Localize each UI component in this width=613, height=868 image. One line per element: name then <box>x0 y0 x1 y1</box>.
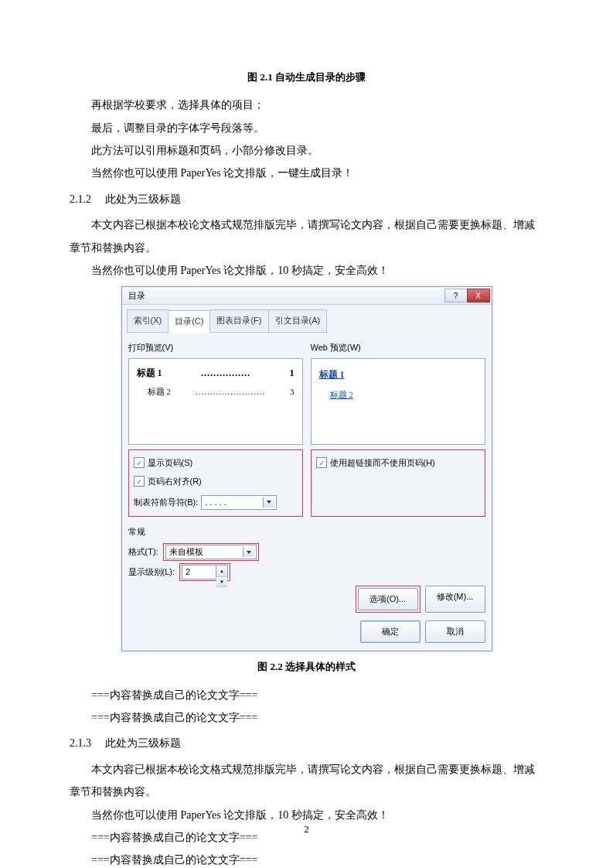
tab-figures[interactable]: 图表目录(F) <box>209 309 268 332</box>
print-preview-box: 标题 1 ................ 1 标题 2 ...........… <box>128 358 303 445</box>
checkbox-show-page[interactable]: ✓ <box>134 457 145 468</box>
tab-citations[interactable]: 引文目录(A) <box>268 309 328 332</box>
body-text: 当然你也可以使用 PaperYes 论文排版，10 秒搞定，安全高效！ <box>70 259 543 282</box>
leader-dropdown[interactable]: . . . . . <box>201 495 277 510</box>
level-label: 显示级别(L): <box>128 563 175 581</box>
help-button[interactable]: ? <box>444 289 468 302</box>
web-preview-label: Web 预览(W) <box>311 339 485 357</box>
body-text: 最后，调整目录的字体字号段落等。 <box>70 117 543 139</box>
chevron-down-icon <box>263 497 274 507</box>
heading-2-1-3: 2.1.3此处为三级标题 <box>70 732 543 754</box>
svg-marker-1 <box>247 551 251 554</box>
spinner-up-icon[interactable]: ▲ <box>216 566 227 577</box>
format-label: 格式(T): <box>128 543 158 561</box>
page-number-options-group: ✓ 显示页码(S) ✓ 页码右对齐(R) 制表符前导符(B): . . . . … <box>128 449 303 517</box>
heading-2-1-2: 2.1.2此处为三级标题 <box>70 188 543 210</box>
checkbox-right-align[interactable]: ✓ <box>134 476 145 487</box>
general-group: 常规 格式(T): 来自模板 显示级别(L): <box>128 523 485 581</box>
spinner-down-icon[interactable]: ▼ <box>216 577 227 588</box>
cancel-button[interactable]: 取消 <box>425 620 485 643</box>
modify-button[interactable]: 修改(M)... <box>425 586 485 613</box>
tab-index[interactable]: 索引(X) <box>127 309 169 332</box>
checkbox-use-hyperlinks[interactable]: ✓ <box>316 457 327 468</box>
placeholder-text: ===内容替换成自己的论文文字=== <box>70 706 543 729</box>
placeholder-text: ===内容替换成自己的论文文字=== <box>70 849 543 868</box>
web-preview-link[interactable]: 标题 1 <box>319 365 477 384</box>
web-preview-link[interactable]: 标题 2 <box>319 386 477 404</box>
figure-caption-2-2: 图 2.2 选择具体的样式 <box>70 656 543 677</box>
page-number: 2 <box>0 823 613 836</box>
body-text: 本文内容已根据本校论文格式规范排版完毕，请撰写论文内容，根据自己需要更换标题、增… <box>70 758 543 804</box>
body-text: 再根据学校要求，选择具体的项目； <box>70 94 543 116</box>
close-button[interactable]: X <box>467 289 490 302</box>
dialog-title: 目录 <box>128 287 145 305</box>
chevron-down-icon <box>243 547 254 557</box>
toc-dialog-figure: 目录 ? X 索引(X) 目录(C) 图表目录(F) 引文目录(A) 打印预览(… <box>121 286 492 651</box>
print-preview-label: 打印预览(V) <box>128 339 303 357</box>
dialog-titlebar: 目录 ? X <box>122 287 492 305</box>
dialog-tabs: 索引(X) 目录(C) 图表目录(F) 引文目录(A) <box>122 305 492 332</box>
hyperlink-option-group: ✓ 使用超链接而不使用页码(H) <box>311 449 485 517</box>
svg-marker-0 <box>267 501 271 504</box>
ok-button[interactable]: 确定 <box>360 620 421 643</box>
body-text: 此方法可以引用标题和页码，小部分修改目录。 <box>70 139 543 162</box>
body-text: 本文内容已根据本校论文格式规范排版完毕，请撰写论文内容，根据自己需要更换标题、增… <box>70 214 543 259</box>
figure-caption-2-1: 图 2.1 自动生成目录的步骤 <box>70 67 543 87</box>
tab-toc[interactable]: 目录(C) <box>168 310 210 333</box>
format-dropdown[interactable]: 来自模板 <box>165 545 257 559</box>
body-text: 当然你也可以使用 PaperYes 论文排版，一键生成目录！ <box>70 162 543 184</box>
options-button[interactable]: 选项(O)... <box>358 588 418 610</box>
leader-label: 制表符前导符(B): <box>134 494 199 511</box>
placeholder-text: ===内容替换成自己的论文文字=== <box>70 684 543 706</box>
web-preview-box: 标题 1 标题 2 <box>311 358 485 445</box>
show-levels-spinner[interactable]: 2 ▲▼ <box>182 565 228 579</box>
